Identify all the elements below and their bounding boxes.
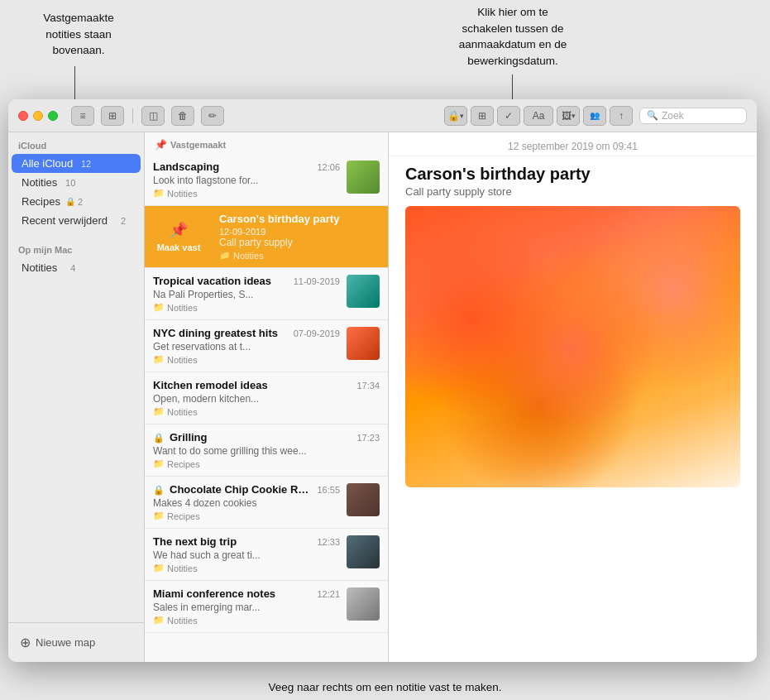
- note-time: 12:33: [317, 537, 340, 547]
- note-item-grilling[interactable]: 🔒 Grilling 17:23 Want to do some grillin…: [145, 424, 388, 477]
- note-item-carsons[interactable]: 📌 Maak vast Carson's birthday party 12-0…: [145, 206, 388, 268]
- note-folder: 📁 Notities: [153, 354, 340, 365]
- note-folder: 📁 Notities: [153, 406, 380, 417]
- callout-top-right: Klik hier om teschakelen tussen deaanmaa…: [430, 4, 595, 69]
- sidebar-item-label: Recent verwijderd: [22, 214, 108, 227]
- folder-icon: 📁: [153, 354, 165, 365]
- note-folder: 📁 Notities: [219, 250, 380, 261]
- note-title: Tropical vacation ideas: [153, 275, 289, 287]
- note-preview: Sales in emerging mar...: [153, 602, 340, 613]
- sidebar-item-label: Recipes: [22, 195, 60, 208]
- note-detail-title: Carson's birthday party: [389, 156, 757, 185]
- collab-button[interactable]: 👥: [583, 106, 606, 126]
- note-time: 17:34: [356, 381, 380, 391]
- note-folder: 📁 Notities: [153, 302, 340, 313]
- note-preview: Call party supply: [219, 237, 380, 248]
- note-item-kitchen[interactable]: Kitchen remodel ideas 17:34 Open, modern…: [145, 372, 388, 424]
- note-folder: 📁 Notities: [153, 563, 340, 573]
- new-note-button[interactable]: ✏: [201, 106, 224, 126]
- note-content-kitchen: Kitchen remodel ideas 17:34 Open, modern…: [153, 379, 380, 417]
- sidebar-item-recent-verwijderd[interactable]: Recent verwijderd 2: [12, 211, 141, 230]
- sidebar-item-recipes[interactable]: Recipes 🔒 2: [12, 192, 141, 211]
- callout-top-left: Vastgemaaktenotities staanbovenaan.: [25, 10, 132, 59]
- mac-section-header: Op mijn Mac: [8, 237, 144, 258]
- note-content-nyc: NYC dining greatest hits 07-09-2019 Get …: [153, 327, 340, 365]
- note-title: The next big trip: [153, 535, 312, 548]
- note-item-nyc[interactable]: NYC dining greatest hits 07-09-2019 Get …: [145, 320, 388, 372]
- note-title: Carson's birthday party: [219, 213, 380, 225]
- notes-list: 📌 Vastgemaakt Landscaping 12:06 Look int…: [145, 132, 389, 662]
- note-title: Miami conference notes: [153, 587, 312, 600]
- note-folder: 📁 Recipes: [153, 511, 340, 521]
- note-title: Chocolate Chip Cookie Recipe: [170, 483, 312, 496]
- note-date: 12-09-2019: [219, 227, 380, 237]
- note-title: Grilling: [170, 431, 352, 443]
- table-button[interactable]: ⊞: [471, 106, 494, 126]
- toolbar-separator-1: [132, 108, 133, 123]
- lock-button[interactable]: 🔒▾: [444, 106, 467, 126]
- sidebar-item-badge-alle: 12: [78, 159, 91, 169]
- pinned-header-label: Vastgemaakt: [170, 140, 226, 150]
- sidebar: iCloud Alle iCloud 12 Notities 10 Recipe…: [8, 132, 145, 662]
- note-item-landscaping[interactable]: Landscaping 12:06 Look into flagstone fo…: [145, 154, 388, 206]
- note-title: Kitchen remodel ideas: [153, 379, 352, 391]
- note-content-landscaping: Landscaping 12:06 Look into flagstone fo…: [153, 161, 340, 199]
- note-item-trip[interactable]: The next big trip 12:33 We had such a gr…: [145, 529, 388, 581]
- lock-icon-grilling: 🔒: [153, 433, 165, 443]
- format-group: 🔒▾ ⊞ ✓ Aa 🖼▾ 👥 ↑: [444, 106, 633, 126]
- trash-button[interactable]: 🗑: [171, 106, 194, 126]
- note-preview: Makes 4 dozen cookies: [153, 497, 340, 509]
- note-content-grilling: 🔒 Grilling 17:23 Want to do some grillin…: [153, 431, 380, 469]
- sidebar-item-badge-notities: 10: [62, 178, 75, 188]
- titlebar: ≡ ⊞ ◫ 🗑 ✏ 🔒▾ ⊞ ✓ Aa 🖼▾ 👥 ↑ 🔍 Zoek: [8, 99, 757, 132]
- sidebar-item-badge-recipes: 🔒 2: [65, 197, 83, 207]
- note-content-tropical: Tropical vacation ideas 11-09-2019 Na Pa…: [153, 275, 340, 313]
- traffic-lights: [18, 111, 58, 121]
- sidebar-item-notities[interactable]: Notities 10: [12, 173, 141, 192]
- note-item-chocolate[interactable]: 🔒 Chocolate Chip Cookie Recipe 16:55 Mak…: [145, 477, 388, 529]
- format-button[interactable]: Aa: [524, 106, 553, 126]
- maximize-button[interactable]: [48, 111, 58, 121]
- share-button[interactable]: ↑: [610, 106, 633, 126]
- new-folder-label: Nieuwe map: [36, 636, 95, 649]
- main-window: ≡ ⊞ ◫ 🗑 ✏ 🔒▾ ⊞ ✓ Aa 🖼▾ 👥 ↑ 🔍 Zoek: [8, 99, 757, 662]
- search-box[interactable]: 🔍 Zoek: [639, 108, 747, 124]
- note-detail: 12 september 2019 om 09:41 Carson's birt…: [389, 132, 757, 662]
- callout-bottom: Veeg naar rechts om een notitie vast te …: [0, 681, 770, 693]
- search-icon: 🔍: [647, 110, 658, 121]
- folder-icon: 📁: [153, 406, 165, 417]
- sidebar-item-alle-icloud[interactable]: Alle iCloud 12: [12, 154, 141, 173]
- sidebar-item-mac-notities[interactable]: Notities 4: [12, 258, 141, 277]
- note-title: Landscaping: [153, 161, 312, 173]
- note-content-trip: The next big trip 12:33 We had such a gr…: [153, 535, 340, 573]
- note-folder: 📁 Notities: [153, 188, 340, 199]
- minimize-button[interactable]: [33, 111, 43, 121]
- list-view-button[interactable]: ≡: [71, 106, 94, 126]
- folder-icon: 📁: [153, 563, 165, 573]
- sidebar-toggle-button[interactable]: ◫: [141, 106, 165, 126]
- note-folder: 📁 Recipes: [153, 458, 380, 469]
- new-folder-button[interactable]: ⊕ Nieuwe map: [15, 631, 137, 654]
- note-time: 11-09-2019: [294, 276, 340, 286]
- close-button[interactable]: [18, 111, 28, 121]
- image-button[interactable]: 🖼▾: [557, 106, 580, 126]
- note-preview: Na Pali Properties, S...: [153, 289, 340, 300]
- note-time: 12:06: [317, 162, 340, 172]
- sidebar-item-badge-recent: 2: [112, 216, 126, 226]
- checklist-button[interactable]: ✓: [497, 106, 520, 126]
- note-item-tropical[interactable]: Tropical vacation ideas 11-09-2019 Na Pa…: [145, 268, 388, 320]
- note-time: 07-09-2019: [294, 328, 340, 338]
- note-item-miami[interactable]: Miami conference notes 12:21 Sales in em…: [145, 581, 388, 633]
- grid-view-button[interactable]: ⊞: [101, 106, 124, 126]
- lock-small-icon: 🔒: [65, 197, 75, 206]
- note-detail-date: 12 september 2019 om 09:41: [389, 132, 757, 156]
- icloud-section-header: iCloud: [8, 132, 144, 154]
- note-thumb: [347, 275, 380, 308]
- pin-action-icon: 📌: [170, 221, 188, 239]
- note-thumb: [347, 587, 380, 621]
- plus-icon: ⊕: [20, 635, 31, 650]
- note-preview: Look into flagstone for...: [153, 175, 340, 186]
- note-folder: 📁 Notities: [153, 615, 340, 626]
- sidebar-item-badge-mac: 4: [62, 263, 75, 273]
- note-thumb: [347, 161, 380, 194]
